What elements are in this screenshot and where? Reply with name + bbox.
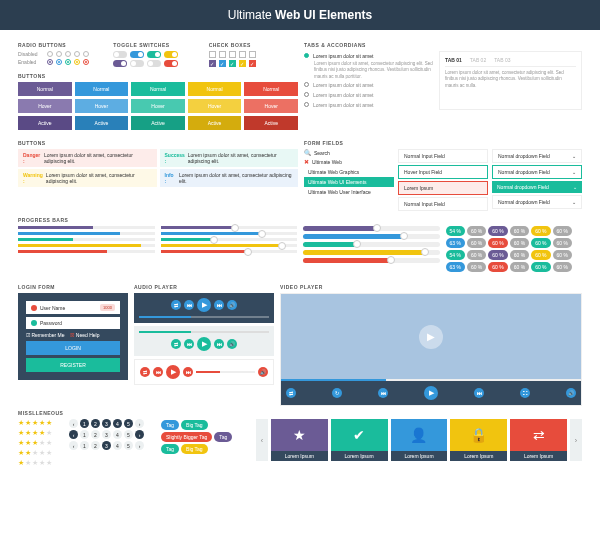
rating[interactable]: ★★★★★ [18,459,63,467]
next-icon[interactable]: ⏭ [214,300,224,310]
checkbox[interactable] [249,51,256,58]
button-active[interactable]: Active [18,116,72,130]
button-active[interactable]: Active [131,116,185,130]
button-normal[interactable]: Normal [18,82,72,96]
toggle[interactable] [147,51,161,58]
prev-icon[interactable]: ⏮ [153,367,163,377]
search-input[interactable]: Search [314,150,330,156]
volume-icon[interactable]: 🔊 [227,339,237,349]
slider[interactable] [161,232,298,235]
pager-page[interactable]: 3 [102,430,111,439]
carousel-item[interactable]: 🔒Lorem Ipsum [450,419,507,461]
slider[interactable] [161,250,298,253]
slider[interactable] [303,258,440,263]
checkbox[interactable] [219,51,226,58]
next-icon[interactable]: ⏭ [214,339,224,349]
video-screen[interactable]: ▶ [281,294,581,379]
radio[interactable] [74,51,80,57]
tag[interactable]: Big Tag [181,420,208,430]
slider[interactable] [161,244,298,247]
checkbox[interactable] [239,51,246,58]
button-hover[interactable]: Hover [18,99,72,113]
radio[interactable] [56,51,62,57]
button-normal[interactable]: Normal [131,82,185,96]
autocomplete-item[interactable]: Ultimate Web Graphics [304,167,394,177]
radio[interactable] [74,59,80,65]
radio[interactable] [65,59,71,65]
radio[interactable] [83,51,89,57]
pager-page[interactable]: 1 [80,441,89,450]
tag[interactable]: Tag [161,420,179,430]
radio[interactable] [47,51,53,57]
register-button[interactable]: REGISTER [26,358,120,372]
toggle[interactable] [164,51,178,58]
input-field[interactable]: Lorem Ipsum [398,181,488,195]
button-normal[interactable]: Normal [244,82,298,96]
prev-icon[interactable]: ⏮ [184,300,194,310]
button-hover[interactable]: Hover [75,99,129,113]
button-active[interactable]: Active [75,116,129,130]
pager-page[interactable]: 5 [124,441,133,450]
pager-prev[interactable]: ‹ [69,419,78,428]
pager-page[interactable]: 5 [124,419,133,428]
pager-next[interactable]: › [135,441,144,450]
shuffle-icon[interactable]: ⇄ [171,339,181,349]
dropdown[interactable]: Normal dropdown Field⌄ [492,195,582,209]
checkbox[interactable] [229,60,236,67]
button-hover[interactable]: Hover [131,99,185,113]
pager-page[interactable]: 4 [113,441,122,450]
carousel-item[interactable]: ★Lorem Ipsum [271,419,328,461]
pager-next[interactable]: › [135,419,144,428]
play-icon[interactable]: ▶ [166,365,180,379]
checkbox[interactable] [209,51,216,58]
checkbox[interactable] [239,60,246,67]
password-input[interactable]: Password [26,317,120,329]
pager-page[interactable]: 2 [91,419,100,428]
button-hover[interactable]: Hover [244,99,298,113]
carousel-item[interactable]: 👤Lorem Ipsum [391,419,448,461]
tag[interactable]: Tag [214,432,232,442]
radio[interactable] [56,59,62,65]
toggle[interactable] [113,60,127,67]
checkbox[interactable] [229,51,236,58]
slider[interactable] [303,242,440,247]
carousel-item[interactable]: ⇄Lorem Ipsum [510,419,567,461]
slider[interactable] [303,226,440,231]
accordion-dot-icon[interactable] [304,53,309,58]
pager-page[interactable]: 4 [113,430,122,439]
prev-icon[interactable]: ⏮ [184,339,194,349]
accordion-dot-icon[interactable] [304,102,309,107]
carousel-prev[interactable]: ‹ [256,419,268,461]
button-active[interactable]: Active [188,116,242,130]
rating[interactable]: ★★★★★ [18,419,63,427]
autocomplete-item[interactable]: Ultimate Web UI Elements [304,177,394,187]
tab[interactable]: TAB 01 [445,57,462,63]
slider[interactable] [303,250,440,255]
tag[interactable]: Big Tag [181,444,208,454]
play-icon[interactable]: ▶ [197,298,211,312]
play-icon[interactable]: ▶ [197,337,211,351]
shuffle-icon[interactable]: ⇄ [171,300,181,310]
checkbox[interactable] [209,60,216,67]
button-hover[interactable]: Hover [188,99,242,113]
toggle[interactable] [130,51,144,58]
shuffle-icon[interactable]: ⇄ [286,388,296,398]
pager-page[interactable]: 1 [80,419,89,428]
login-button[interactable]: LOGIN [26,341,120,355]
username-input[interactable]: User Name1000 [26,301,120,314]
toggle[interactable] [147,60,161,67]
accordion-dot-icon[interactable] [304,82,309,87]
dropdown[interactable]: Normal dropdown Field⌄ [492,165,582,179]
pager-page[interactable]: 2 [91,430,100,439]
button-normal[interactable]: Normal [75,82,129,96]
seek-bar[interactable] [139,331,269,333]
dropdown[interactable]: Normal dropdown Field⌄ [492,149,582,163]
volume-icon[interactable]: 🔊 [227,300,237,310]
prev-icon[interactable]: ⏮ [378,388,388,398]
slider[interactable] [303,234,440,239]
accordion-dot-icon[interactable] [304,92,309,97]
radio[interactable] [47,59,53,65]
rating[interactable]: ★★★★★ [18,449,63,457]
input-field[interactable]: Normal Input Field [398,197,488,211]
play-icon[interactable]: ▶ [424,386,438,400]
